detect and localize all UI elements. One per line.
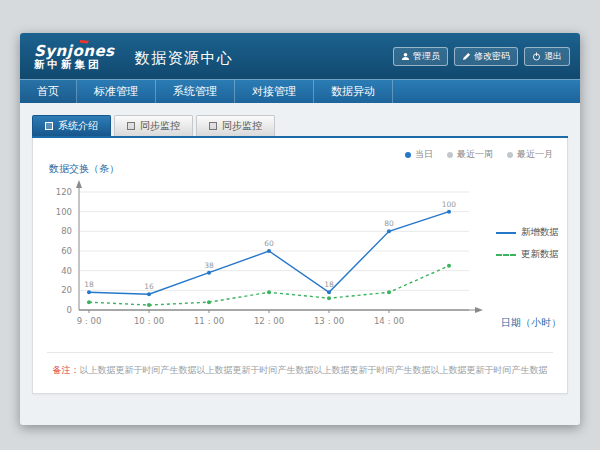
line-chart: 0204060801001209：0010：0011：0012：0013：001… <box>41 178 513 340</box>
logout-button[interactable]: 退出 <box>524 47 570 66</box>
chart-panel: 当日 最近一周 最近一月 数据交换（条） 0204060801001209：00… <box>32 138 568 394</box>
footnote-text: 以上数据更新于时间产生数据以上数据更新于时间产生数据以上数据更新于时间产生数据以… <box>80 365 548 375</box>
nav-item-system-mgmt[interactable]: 系统管理 <box>156 80 235 103</box>
svg-text:20: 20 <box>61 285 72 295</box>
svg-text:80: 80 <box>61 226 72 236</box>
footnote-label: 备注： <box>53 365 80 375</box>
logout-label: 退出 <box>544 50 562 63</box>
tab-icon <box>127 122 135 130</box>
admin-button-label: 管理员 <box>413 50 440 63</box>
app-window: Synjones 新中新集团 数据资源中心 管理员 修改密码 退出 <box>20 33 580 425</box>
dashed-line-icon <box>496 254 516 256</box>
edit-icon <box>462 52 471 61</box>
filter-dot-icon <box>507 152 513 158</box>
legend-label: 更新数据 <box>521 248 559 261</box>
filter-dot-icon <box>405 152 411 158</box>
svg-text:13：00: 13：00 <box>314 316 344 326</box>
svg-text:60: 60 <box>264 239 274 248</box>
tab-label: 系统介绍 <box>58 119 98 133</box>
time-range-filters: 当日 最近一周 最近一月 <box>405 148 553 161</box>
main-nav: 首页 标准管理 系统管理 对接管理 数据异动 <box>20 79 580 103</box>
svg-text:14：00: 14：00 <box>374 316 404 326</box>
legend-new-data[interactable]: 新增数据 <box>496 226 559 239</box>
svg-text:16: 16 <box>144 282 154 291</box>
legend-updated-data[interactable]: 更新数据 <box>496 248 559 261</box>
series-legend: 新增数据 更新数据 <box>496 226 559 270</box>
filter-dot-icon <box>447 152 453 158</box>
svg-text:11：00: 11：00 <box>194 316 224 326</box>
brand-logo: Synjones 新中新集团 <box>34 41 115 71</box>
svg-text:40: 40 <box>61 266 72 276</box>
filter-today[interactable]: 当日 <box>405 148 433 161</box>
svg-text:100: 100 <box>442 200 457 209</box>
x-axis-title: 日期（小时） <box>501 316 561 330</box>
logo-subtext: 新中新集团 <box>34 59 115 71</box>
svg-text:100: 100 <box>56 207 72 217</box>
svg-text:10：00: 10：00 <box>134 316 164 326</box>
tab-sync-monitor-2[interactable]: 同步监控 <box>196 115 275 136</box>
svg-text:38: 38 <box>204 261 214 270</box>
note-divider <box>47 352 553 353</box>
desktop-background: Synjones 新中新集团 数据资源中心 管理员 修改密码 退出 <box>0 0 600 450</box>
tab-strip: 系统介绍 同步监控 同步监控 <box>32 115 568 138</box>
change-password-label: 修改密码 <box>474 50 510 63</box>
svg-text:18: 18 <box>324 280 334 289</box>
user-actions: 管理员 修改密码 退出 <box>393 47 570 66</box>
filter-label: 最近一周 <box>457 148 493 161</box>
svg-text:18: 18 <box>84 280 94 289</box>
tab-label: 同步监控 <box>140 119 180 133</box>
svg-text:12：00: 12：00 <box>254 316 284 326</box>
logo-text: Synjones <box>34 43 115 60</box>
svg-text:0: 0 <box>67 305 72 315</box>
tab-system-intro[interactable]: 系统介绍 <box>32 115 111 136</box>
svg-text:60: 60 <box>61 246 72 256</box>
tab-icon <box>209 122 217 130</box>
footnote: 备注：以上数据更新于时间产生数据以上数据更新于时间产生数据以上数据更新于时间产生… <box>33 364 567 377</box>
svg-text:120: 120 <box>56 187 72 197</box>
admin-button[interactable]: 管理员 <box>393 47 448 66</box>
page-title: 数据资源中心 <box>135 49 234 68</box>
filter-label: 最近一月 <box>517 148 553 161</box>
filter-label: 当日 <box>415 148 433 161</box>
nav-item-standard-mgmt[interactable]: 标准管理 <box>77 80 156 103</box>
app-header: Synjones 新中新集团 数据资源中心 管理员 修改密码 退出 <box>20 33 580 79</box>
nav-item-data-change[interactable]: 数据异动 <box>314 80 393 103</box>
change-password-button[interactable]: 修改密码 <box>454 47 518 66</box>
tab-sync-monitor-1[interactable]: 同步监控 <box>114 115 193 136</box>
filter-last-month[interactable]: 最近一月 <box>507 148 553 161</box>
nav-item-home[interactable]: 首页 <box>20 80 77 103</box>
svg-text:9：00: 9：00 <box>77 316 102 326</box>
content-area: 系统介绍 同步监控 同步监控 当日 <box>20 103 580 406</box>
solid-line-icon <box>496 232 516 234</box>
tab-icon <box>45 122 53 130</box>
svg-text:80: 80 <box>384 219 394 228</box>
user-icon <box>401 52 410 61</box>
power-icon <box>532 52 541 61</box>
nav-item-connect-mgmt[interactable]: 对接管理 <box>235 80 314 103</box>
legend-label: 新增数据 <box>521 226 559 239</box>
tab-label: 同步监控 <box>222 119 262 133</box>
y-axis-title: 数据交换（条） <box>49 162 119 176</box>
filter-last-week[interactable]: 最近一周 <box>447 148 493 161</box>
